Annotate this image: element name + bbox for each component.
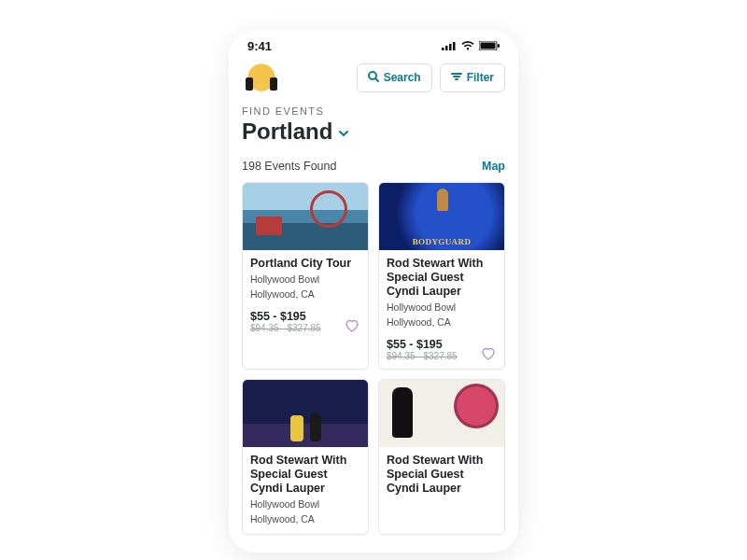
event-title: Portland City Tour — [250, 257, 360, 271]
event-thumbnail — [243, 183, 368, 250]
filter-label: Filter — [467, 71, 494, 84]
event-card[interactable]: Portland City Tour Hollywood Bowl Hollyw… — [242, 182, 369, 370]
event-price-old: $94.35 - $327.85 — [250, 323, 321, 333]
filter-button[interactable]: Filter — [440, 63, 505, 92]
top-actions: Search Filter — [357, 63, 505, 92]
event-venue: Hollywood Bowl — [387, 301, 497, 314]
chevron-down-icon — [338, 126, 349, 143]
event-thumbnail — [243, 380, 368, 447]
event-title: Rod Stewart With Special Guest Cyndi Lau… — [387, 454, 497, 496]
status-time: 9:41 — [247, 39, 272, 53]
results-summary: 198 Events Found Map — [229, 147, 518, 178]
svg-rect-0 — [442, 48, 444, 50]
svg-rect-1 — [445, 46, 448, 50]
event-city: Hollywood, CA — [387, 316, 497, 329]
event-venue: Hollywood Bowl — [250, 498, 360, 511]
status-right-cluster — [442, 39, 500, 53]
search-icon — [368, 71, 379, 85]
results-count: 198 Events Found — [242, 160, 336, 173]
event-thumbnail: BODYGUARD — [379, 183, 504, 250]
favorite-button[interactable] — [344, 318, 360, 333]
favorite-button[interactable] — [480, 346, 497, 361]
event-card[interactable]: Rod Stewart With Special Guest Cyndi Lau… — [378, 379, 505, 534]
event-city: Hollywood, CA — [250, 513, 360, 525]
filter-icon — [451, 71, 462, 85]
event-card-body: Rod Stewart With Special Guest Cyndi Lau… — [379, 447, 504, 503]
heading-eyebrow: FIND EVENTS — [242, 105, 505, 117]
svg-rect-6 — [498, 44, 500, 48]
heart-icon — [344, 322, 360, 336]
svg-rect-5 — [481, 43, 496, 49]
event-city: Hollywood, CA — [250, 288, 360, 301]
event-price-old: $94.35 - $327.85 — [387, 351, 458, 361]
battery-icon — [479, 39, 500, 53]
thumbnail-caption: BODYGUARD — [413, 237, 472, 246]
svg-rect-2 — [449, 44, 452, 50]
topbar: Search Filter — [229, 57, 518, 100]
event-card[interactable]: Rod Stewart With Special Guest Cyndi Lau… — [242, 379, 369, 534]
event-title: Rod Stewart With Special Guest Cyndi Lau… — [387, 257, 497, 299]
wifi-icon — [461, 39, 474, 53]
map-toggle[interactable]: Map — [482, 160, 505, 173]
heart-icon — [480, 350, 497, 364]
svg-rect-3 — [453, 42, 456, 50]
city-selector[interactable]: Portland — [242, 119, 505, 145]
city-name: Portland — [242, 119, 332, 145]
events-grid: Portland City Tour Hollywood Bowl Hollyw… — [229, 178, 518, 548]
search-label: Search — [384, 71, 421, 84]
status-bar: 9:41 — [229, 30, 518, 57]
event-card-body: Rod Stewart With Special Guest Cyndi Lau… — [379, 250, 504, 369]
app-logo[interactable] — [242, 61, 281, 94]
search-button[interactable]: Search — [357, 63, 432, 92]
event-card-body: Rod Stewart With Special Guest Cyndi Lau… — [243, 447, 368, 533]
event-price: $55 - $195 — [387, 338, 458, 351]
phone-frame: 9:41 Search — [229, 30, 518, 553]
event-thumbnail — [379, 380, 504, 447]
event-card[interactable]: BODYGUARD Rod Stewart With Special Guest… — [378, 182, 505, 370]
event-price: $55 - $195 — [250, 310, 321, 323]
event-card-body: Portland City Tour Hollywood Bowl Hollyw… — [243, 250, 368, 341]
svg-line-8 — [375, 78, 378, 81]
event-title: Rod Stewart With Special Guest Cyndi Lau… — [250, 454, 360, 496]
cellular-icon — [442, 39, 457, 53]
page-heading: FIND EVENTS Portland — [229, 100, 518, 147]
event-venue: Hollywood Bowl — [250, 273, 360, 286]
